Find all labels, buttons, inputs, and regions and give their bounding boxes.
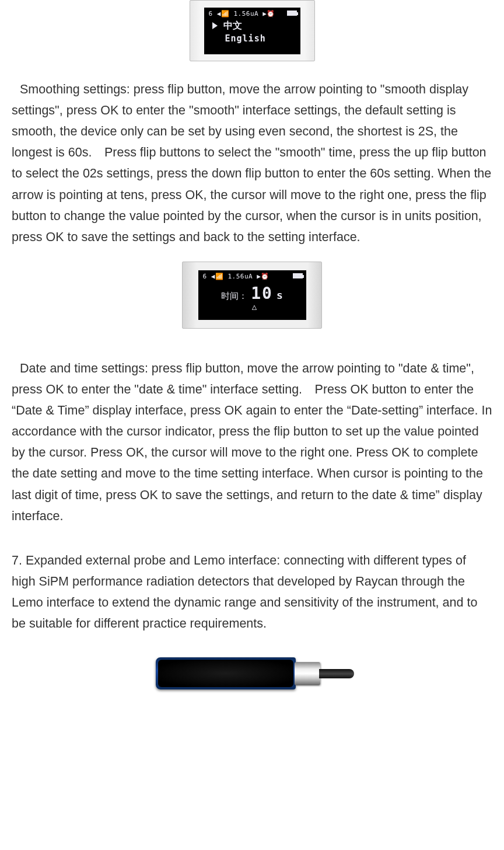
- device-screen-1: 6 ◀📶 1.56uA ▶⏰ 中文 English: [204, 8, 300, 54]
- menu-item-english: English: [225, 33, 266, 44]
- device-shell-1: 6 ◀📶 1.56uA ▶⏰ 中文 English: [190, 0, 315, 61]
- paragraph-datetime: Date and time settings: press flip butto…: [12, 358, 492, 527]
- figure-language-device: 6 ◀📶 1.56uA ▶⏰ 中文 English: [12, 0, 492, 61]
- figure-time-device: 6 ◀📶 1.56uA ▶⏰ 时间： 10 s △: [12, 262, 492, 329]
- screen-status-2: 6 ◀📶 1.56uA ▶⏰: [203, 273, 302, 280]
- battery-icon-2: [293, 273, 303, 278]
- paragraph-probe: 7. Expanded external probe and Lemo inte…: [12, 550, 492, 634]
- device-top-rear: [156, 657, 296, 689]
- cursor-caret-icon: △: [203, 302, 302, 311]
- figure-probe-connector: [12, 652, 492, 695]
- time-unit: s: [276, 289, 283, 301]
- time-label: 时间：: [221, 291, 247, 302]
- cable-icon: [319, 669, 354, 678]
- play-triangle-icon: [212, 22, 218, 29]
- battery-icon: [287, 11, 297, 16]
- paragraph-smoothing: Smoothing settings: press flip button, m…: [12, 79, 492, 248]
- device-shell-2: 6 ◀📶 1.56uA ▶⏰ 时间： 10 s △: [182, 262, 322, 329]
- time-value: 10: [251, 284, 273, 303]
- device-screen-2: 6 ◀📶 1.56uA ▶⏰ 时间： 10 s △: [198, 270, 306, 320]
- menu-item-chinese: 中文: [223, 20, 242, 32]
- lemo-plug-icon: [295, 662, 320, 685]
- screen-status-1: 6 ◀📶 1.56uA ▶⏰: [209, 10, 296, 18]
